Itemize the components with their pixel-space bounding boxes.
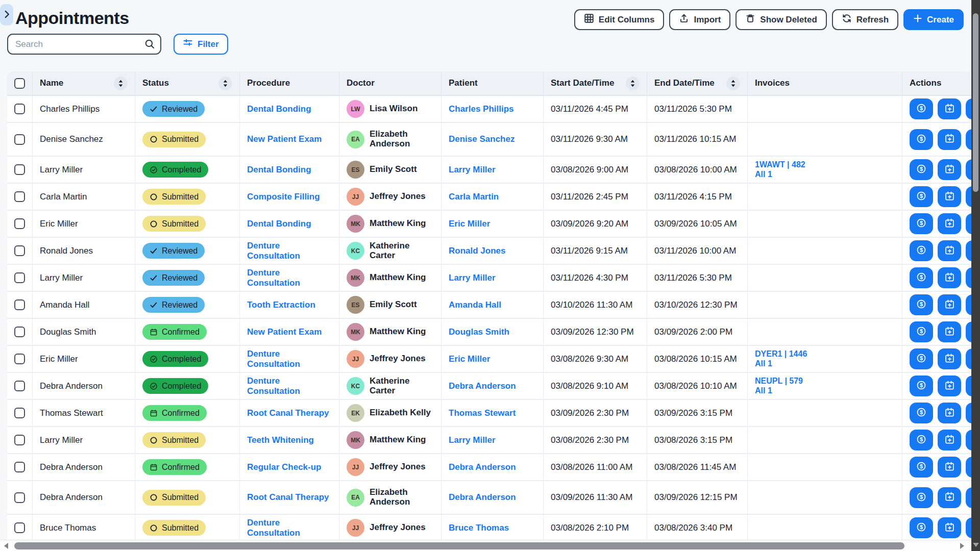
procedure-link[interactable]: Denture Consultation — [247, 241, 332, 261]
row-checkbox[interactable] — [14, 191, 25, 202]
calendar-add-button[interactable] — [938, 348, 961, 369]
calendar-add-button[interactable] — [938, 240, 961, 261]
sidebar-expand-button[interactable] — [0, 4, 13, 26]
invoice-dollar-button[interactable]: $ — [910, 348, 933, 369]
patient-link[interactable]: Larry Miller — [449, 435, 496, 445]
more-action-button[interactable] — [966, 348, 971, 369]
procedure-link[interactable]: Dental Bonding — [247, 219, 311, 229]
patient-link[interactable]: Eric Miller — [449, 219, 490, 229]
procedure-link[interactable]: Denture Consultation — [247, 268, 332, 288]
vertical-scrollbar[interactable] — [971, 0, 980, 551]
invoice-dollar-button[interactable]: $ — [910, 403, 933, 423]
refresh-button[interactable]: Refresh — [832, 9, 898, 30]
patient-link[interactable]: Amanda Hall — [449, 300, 501, 310]
patient-link[interactable]: Debra Anderson — [449, 492, 516, 503]
more-action-button[interactable] — [966, 213, 971, 234]
invoice-dollar-button[interactable]: $ — [910, 267, 933, 288]
calendar-add-button[interactable] — [938, 159, 961, 180]
more-action-button[interactable] — [966, 430, 971, 450]
row-checkbox[interactable] — [14, 492, 25, 503]
calendar-add-button[interactable] — [938, 457, 961, 478]
patient-link[interactable]: Eric Miller — [449, 354, 490, 364]
procedure-link[interactable]: Dental Bonding — [247, 104, 311, 114]
invoice-dollar-button[interactable]: $ — [910, 186, 933, 207]
procedure-link[interactable]: Denture Consultation — [247, 349, 332, 369]
procedure-link[interactable]: Root Canal Therapy — [247, 408, 329, 418]
more-action-button[interactable] — [966, 457, 971, 478]
invoice-dollar-button[interactable]: $ — [910, 240, 933, 261]
procedure-link[interactable]: Dental Bonding — [247, 165, 311, 175]
select-all-checkbox[interactable] — [14, 78, 25, 89]
horizontal-scrollbar[interactable] — [0, 540, 971, 551]
search-input[interactable] — [7, 34, 161, 55]
row-checkbox[interactable] — [14, 218, 25, 229]
horizontal-scrollbar-thumb[interactable] — [14, 542, 904, 549]
invoice-link[interactable]: DYER1 | 1446 — [755, 349, 807, 359]
more-action-button[interactable] — [966, 517, 971, 538]
calendar-add-button[interactable] — [938, 403, 961, 423]
more-action-button[interactable] — [966, 375, 971, 396]
calendar-add-button[interactable] — [938, 267, 961, 288]
calendar-add-button[interactable] — [938, 213, 961, 234]
more-action-button[interactable] — [966, 129, 971, 150]
row-checkbox[interactable] — [14, 381, 25, 391]
patient-link[interactable]: Douglas Smith — [449, 327, 509, 337]
procedure-link[interactable]: New Patient Exam — [247, 327, 322, 337]
patient-link[interactable]: Carla Martin — [449, 192, 499, 202]
more-action-button[interactable] — [966, 159, 971, 180]
invoice-link[interactable]: All 1 — [755, 359, 772, 368]
invoice-dollar-button[interactable]: $ — [910, 457, 933, 478]
invoice-dollar-button[interactable]: $ — [910, 487, 933, 508]
patient-link[interactable]: Charles Phillips — [449, 104, 514, 114]
row-checkbox[interactable] — [14, 272, 25, 283]
invoice-dollar-button[interactable]: $ — [910, 517, 933, 538]
procedure-link[interactable]: Denture Consultation — [247, 376, 332, 396]
calendar-add-button[interactable] — [938, 129, 961, 150]
patient-link[interactable]: Larry Miller — [449, 273, 496, 283]
more-action-button[interactable] — [966, 487, 971, 508]
procedure-link[interactable]: Root Canal Therapy — [247, 492, 329, 503]
invoice-link[interactable]: All 1 — [755, 386, 772, 395]
import-button[interactable]: Import — [669, 9, 730, 30]
calendar-add-button[interactable] — [938, 294, 961, 315]
row-checkbox[interactable] — [14, 245, 25, 256]
patient-link[interactable]: Larry Miller — [449, 165, 496, 175]
filter-button[interactable]: Filter — [174, 34, 228, 55]
more-action-button[interactable] — [966, 186, 971, 207]
patient-link[interactable]: Debra Anderson — [449, 381, 516, 391]
patient-link[interactable]: Ronald Jones — [449, 246, 505, 256]
calendar-add-button[interactable] — [938, 186, 961, 207]
more-action-button[interactable] — [966, 403, 971, 423]
scroll-right-icon[interactable] — [960, 543, 964, 549]
invoice-link[interactable]: 1WAWT | 482 — [755, 160, 805, 169]
row-checkbox[interactable] — [14, 327, 25, 337]
calendar-add-button[interactable] — [938, 517, 961, 538]
vertical-scrollbar-thumb[interactable] — [973, 13, 978, 192]
show-deleted-button[interactable]: Show Deleted — [736, 9, 826, 30]
invoice-dollar-button[interactable]: $ — [910, 98, 933, 119]
row-checkbox[interactable] — [14, 104, 25, 114]
procedure-link[interactable]: Regular Check-up — [247, 462, 321, 472]
calendar-add-button[interactable] — [938, 487, 961, 508]
row-checkbox[interactable] — [14, 134, 25, 145]
invoice-dollar-button[interactable]: $ — [910, 294, 933, 315]
row-checkbox[interactable] — [14, 299, 25, 310]
procedure-link[interactable]: New Patient Exam — [247, 134, 322, 144]
sort-button-end[interactable] — [726, 77, 740, 90]
invoice-dollar-button[interactable]: $ — [910, 430, 933, 450]
invoice-link[interactable]: NEUPL | 579 — [755, 377, 803, 386]
patient-link[interactable]: Thomas Stewart — [449, 408, 516, 418]
more-action-button[interactable] — [966, 321, 971, 342]
row-checkbox[interactable] — [14, 408, 25, 418]
row-checkbox[interactable] — [14, 522, 25, 533]
calendar-add-button[interactable] — [938, 375, 961, 396]
sort-button-start[interactable] — [626, 77, 640, 90]
row-checkbox[interactable] — [14, 354, 25, 364]
create-button[interactable]: Create — [903, 9, 964, 30]
more-action-button[interactable] — [966, 294, 971, 315]
row-checkbox[interactable] — [14, 164, 25, 175]
scroll-down-icon[interactable] — [973, 543, 979, 547]
procedure-link[interactable]: Teeth Whitening — [247, 435, 314, 445]
invoice-dollar-button[interactable]: $ — [910, 321, 933, 342]
invoice-dollar-button[interactable]: $ — [910, 129, 933, 150]
